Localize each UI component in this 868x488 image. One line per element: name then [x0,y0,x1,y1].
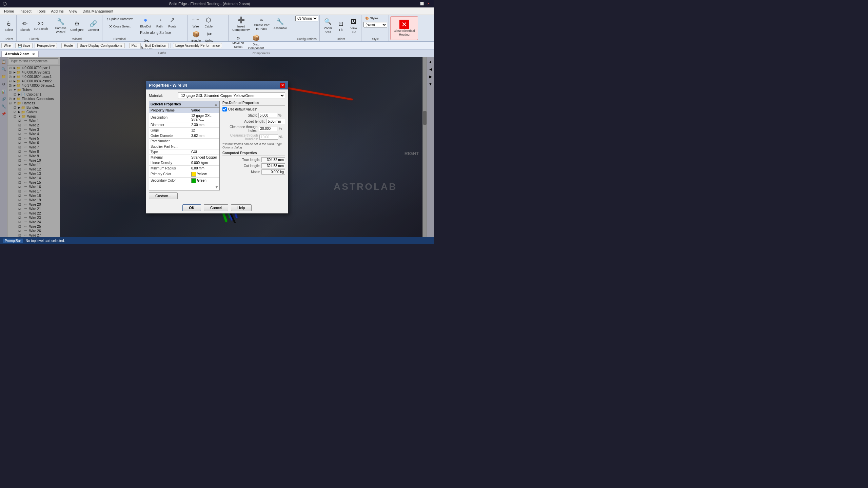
toolbar-wire-button[interactable]: Wire [1,43,13,48]
ribbon-select-button[interactable]: 🖱 Select [3,19,15,33]
help-button[interactable]: Help [231,204,252,211]
ribbon-group-label-electrical: Electrical [113,37,126,41]
property-value-cell [190,144,219,149]
ribbon-splice-button[interactable]: ✂ Splice [203,30,215,43]
ribbon-route-button[interactable]: ↗ Route [166,16,178,29]
ribbon-wire-button[interactable]: 〰 Wire [190,16,202,29]
tab-label: Astrolab 2.asm [5,52,29,56]
table-row[interactable]: Diameter2.30 mm [149,122,219,127]
menu-inspect[interactable]: Inspect [17,8,34,14]
cut-length-row: Cut length: 324.53 mm [222,163,285,168]
table-row[interactable]: Linear Density0.000 kg/m [149,160,219,165]
toolbar-route-button[interactable]: Route [61,43,75,48]
ribbon-assemble-button[interactable]: 🔧 Assemble [272,17,289,31]
close-electrical-routing-button[interactable]: ✕ Close ElectricalRouting [392,19,416,38]
clearance-holes-input[interactable] [259,126,277,131]
menu-view[interactable]: View [66,8,80,14]
ribbon-view-3d-button[interactable]: 🖼 View3D [348,17,360,35]
ribbon-group-label-wizard: Wizard [72,37,82,41]
slack-input[interactable] [258,113,277,118]
ribbon-sketch-button[interactable]: ✏ Sketch [19,19,32,33]
toolbar-edit-definition-button[interactable]: Edit Definition [143,43,169,48]
material-select[interactable]: 12-gage GXL Stranded Copper Yellow/Green [178,92,285,99]
ribbon-configure-button[interactable]: ⚙ Configure [69,19,85,33]
property-name-cell: Type [149,149,190,155]
table-row[interactable]: Outer Diameter3.62 mm [149,133,219,138]
use-default-checkbox[interactable] [222,107,227,111]
use-default-row: Use default values* [222,107,285,111]
col-property-header: Property Name [149,108,190,113]
close-button[interactable]: ✕ [426,1,431,6]
ribbon-cross-select-button[interactable]: ✕Cross Select [107,23,132,30]
ribbon-insert-component-button[interactable]: ➕ InsertComponent▾ [231,16,252,33]
toolbar-path-button[interactable]: Path [129,43,141,48]
table-row[interactable]: Gage12 [149,127,219,133]
property-value-cell: GXL [190,149,219,155]
status-bar: PromptBar No top level part selected. [0,237,434,244]
clearance-holes-row: Clearance through holes: % [222,125,285,133]
ribbon-styles-button[interactable]: 🎨Styles [363,16,380,21]
tab-close-button[interactable]: ✕ [32,53,35,56]
ribbon-drag-component-button[interactable]: 📦 DragComponent [246,34,266,51]
ribbon-3d-sketch-button[interactable]: 3D 3D Sketch [32,20,50,32]
toolbar-perspective-button[interactable]: Perspective [35,43,57,48]
toolbar-large-assembly-button[interactable]: Large Assembly Performance [173,43,222,48]
clearance-bundles-label: Clearance through bundles: [222,134,258,141]
ribbon-group-configurations: 03-Wiring Configurations [294,15,320,41]
general-props-title: General Properties [151,102,181,106]
toolbar-save-button[interactable]: 💾 Save [15,43,33,48]
clearance-bundles-input[interactable] [259,135,278,140]
table-row[interactable]: MaterialStranded Copper [149,155,219,160]
ribbon-zoom-area-button[interactable]: 🔍 ZoomArea [322,17,334,35]
table-row[interactable]: Supplier Part Nu... [149,144,219,149]
tab-astrolab[interactable]: Astrolab 2.asm ✕ [1,51,39,57]
ribbon-group-label-configurations: Configurations [297,37,317,41]
style-select[interactable]: (None) [363,22,387,27]
menu-add-ins[interactable]: Add Ins [48,8,66,14]
true-length-row: True length: 304.32 mm [222,157,285,162]
custom-button[interactable]: Custom... [149,192,178,199]
ribbon-connect-button[interactable]: 🔗 Connect [86,19,101,33]
cut-length-value: 324.53 mm [261,163,285,168]
properties-dialog: Properties - Wire 34 ✕ Material: 12-gage… [146,81,288,214]
ribbon-path-button[interactable]: → Path [153,16,165,29]
ribbon-group-orient: 🔍 ZoomArea ⊡ Fit 🖼 View3D Orient [320,15,361,41]
general-properties-panel: General Properties ▲ Property Name Value [149,101,220,190]
dialog-close-button[interactable]: ✕ [280,83,285,88]
ribbon-route-along-surface-button[interactable]: Route along Surface [138,30,173,36]
ribbon-harness-wizard-button[interactable]: 🔧 HarnessWizard [53,17,68,35]
table-row[interactable]: Description12-gage GXL Strand... [149,113,219,122]
ribbon-fit-button[interactable]: ⊡ Fit [335,19,347,33]
restore-button[interactable]: ⬜ [419,1,425,6]
property-value-cell: 0.00 mm [190,165,219,171]
ribbon-create-part-button[interactable]: ✏ Create PartIn-Place [252,17,271,32]
menu-data-management[interactable]: Data Management [80,8,116,14]
scroll-down-icon[interactable]: ▼ [215,185,219,189]
property-name-cell: Secondary Color [149,177,190,184]
cancel-button[interactable]: Cancel [204,204,228,211]
promptbar-label: PromptBar [3,239,23,243]
ribbon-cable-button[interactable]: ⬡ Cable [202,16,215,29]
added-length-input[interactable] [267,119,285,124]
custom-button-area: Custom... [149,192,285,199]
table-row[interactable]: Secondary ColorGreen [149,177,219,184]
table-row[interactable]: Part Number [149,138,219,144]
clearance-bundles-row: Clearance through bundles: % [222,134,285,141]
table-row[interactable]: Minimum Radius0.00 mm [149,165,219,171]
ribbon-bundle-button[interactable]: 📦 Bundle [190,30,202,43]
table-row[interactable]: TypeGXL [149,149,219,155]
toolbar-separator [59,43,59,48]
ok-button[interactable]: OK [182,204,201,211]
ribbon-move-on-select-button[interactable]: ⚙ Move onSelect [231,35,246,50]
table-row[interactable]: Primary ColorYellow [149,171,219,177]
ribbon-group-label-orient: Orient [337,37,345,41]
menu-home[interactable]: Home [1,8,17,14]
configuration-select[interactable]: 03-Wiring [295,16,318,21]
ribbon-update-harness-button[interactable]: ↑Update Harness▾ [104,16,135,22]
scroll-up-icon[interactable]: ▲ [214,102,218,107]
ribbon-group-wizard: 🔧 HarnessWizard ⚙ Configure 🔗 Connect Wi… [52,15,102,41]
ribbon-bluedot-button[interactable]: ● BlueDot [138,16,153,29]
menu-tools[interactable]: Tools [34,8,48,14]
toolbar-save-display-button[interactable]: Save Display Configurations [77,43,125,48]
minimize-button[interactable]: ─ [412,1,418,6]
